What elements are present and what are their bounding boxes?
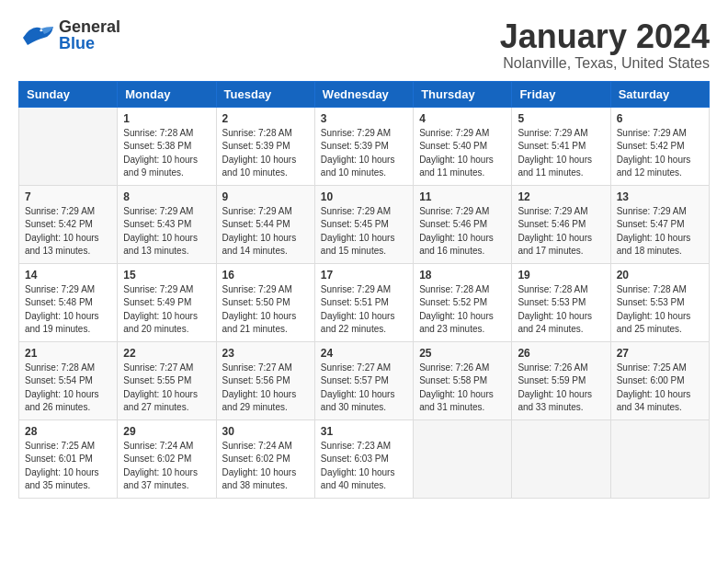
day-info: Sunrise: 7:28 AMSunset: 5:52 PMDaylight:… <box>419 284 494 335</box>
day-number: 13 <box>617 190 703 203</box>
day-number: 10 <box>321 190 407 203</box>
day-number: 14 <box>25 269 111 282</box>
calendar-week-4: 21 Sunrise: 7:28 AMSunset: 5:54 PMDaylig… <box>19 341 710 419</box>
day-info: Sunrise: 7:29 AMSunset: 5:48 PMDaylight:… <box>25 284 99 335</box>
calendar-cell: 10 Sunrise: 7:29 AMSunset: 5:45 PMDaylig… <box>314 185 413 263</box>
day-number: 15 <box>123 269 210 282</box>
calendar-cell: 25 Sunrise: 7:26 AMSunset: 5:58 PMDaylig… <box>414 341 512 419</box>
day-number: 24 <box>321 347 407 360</box>
calendar-cell: 17 Sunrise: 7:29 AMSunset: 5:51 PMDaylig… <box>314 263 413 341</box>
calendar-cell: 12 Sunrise: 7:29 AMSunset: 5:46 PMDaylig… <box>512 185 610 263</box>
calendar-cell: 21 Sunrise: 7:28 AMSunset: 5:54 PMDaylig… <box>19 341 118 419</box>
day-header-tuesday: Tuesday <box>216 81 314 107</box>
calendar-cell: 19 Sunrise: 7:28 AMSunset: 5:53 PMDaylig… <box>512 263 610 341</box>
calendar-cell <box>610 419 709 498</box>
logo-name: General Blue <box>59 18 120 52</box>
day-number: 19 <box>518 269 604 282</box>
day-info: Sunrise: 7:25 AMSunset: 6:01 PMDaylight:… <box>25 441 99 491</box>
calendar-cell: 16 Sunrise: 7:29 AMSunset: 5:50 PMDaylig… <box>216 263 314 341</box>
day-number: 5 <box>518 112 604 125</box>
day-header-thursday: Thursday <box>414 81 512 107</box>
day-info: Sunrise: 7:29 AMSunset: 5:45 PMDaylight:… <box>321 206 395 257</box>
calendar-cell: 31 Sunrise: 7:23 AMSunset: 6:03 PMDaylig… <box>314 419 413 498</box>
day-info: Sunrise: 7:29 AMSunset: 5:43 PMDaylight:… <box>123 206 198 257</box>
calendar-cell <box>414 419 512 498</box>
day-number: 27 <box>617 347 703 360</box>
day-number: 25 <box>419 347 506 360</box>
day-number: 20 <box>617 269 703 282</box>
day-header-monday: Monday <box>118 81 216 107</box>
calendar-cell: 14 Sunrise: 7:29 AMSunset: 5:48 PMDaylig… <box>19 263 118 341</box>
day-number: 21 <box>25 347 111 360</box>
calendar-cell: 1 Sunrise: 7:28 AMSunset: 5:38 PMDayligh… <box>118 107 216 185</box>
calendar-cell: 20 Sunrise: 7:28 AMSunset: 5:53 PMDaylig… <box>610 263 709 341</box>
day-number: 26 <box>518 347 604 360</box>
calendar-week-1: 1 Sunrise: 7:28 AMSunset: 5:38 PMDayligh… <box>19 107 710 185</box>
day-number: 1 <box>123 112 210 125</box>
day-info: Sunrise: 7:29 AMSunset: 5:46 PMDaylight:… <box>518 206 592 257</box>
day-header-sunday: Sunday <box>19 81 118 107</box>
calendar-week-5: 28 Sunrise: 7:25 AMSunset: 6:01 PMDaylig… <box>19 419 710 498</box>
day-info: Sunrise: 7:26 AMSunset: 5:59 PMDaylight:… <box>518 362 592 413</box>
main-title: January 2024 <box>500 18 710 55</box>
calendar-cell: 24 Sunrise: 7:27 AMSunset: 5:57 PMDaylig… <box>314 341 413 419</box>
calendar-cell: 28 Sunrise: 7:25 AMSunset: 6:01 PMDaylig… <box>19 419 118 498</box>
calendar-cell: 27 Sunrise: 7:25 AMSunset: 6:00 PMDaylig… <box>610 341 709 419</box>
calendar-cell: 3 Sunrise: 7:29 AMSunset: 5:39 PMDayligh… <box>314 107 413 185</box>
page-header: General Blue January 2024 Nolanville, Te… <box>18 18 710 72</box>
day-info: Sunrise: 7:27 AMSunset: 5:55 PMDaylight:… <box>123 362 198 413</box>
day-info: Sunrise: 7:29 AMSunset: 5:49 PMDaylight:… <box>123 284 198 335</box>
calendar-cell: 8 Sunrise: 7:29 AMSunset: 5:43 PMDayligh… <box>118 185 216 263</box>
title-section: January 2024 Nolanville, Texas, United S… <box>500 18 710 72</box>
logo-bird-icon <box>18 19 55 52</box>
day-info: Sunrise: 7:28 AMSunset: 5:53 PMDaylight:… <box>518 284 592 335</box>
day-number: 9 <box>222 190 309 203</box>
day-number: 23 <box>222 347 309 360</box>
subtitle: Nolanville, Texas, United States <box>500 55 710 72</box>
day-info: Sunrise: 7:28 AMSunset: 5:54 PMDaylight:… <box>25 362 99 413</box>
day-info: Sunrise: 7:29 AMSunset: 5:50 PMDaylight:… <box>222 284 297 335</box>
day-number: 18 <box>419 269 506 282</box>
day-info: Sunrise: 7:27 AMSunset: 5:57 PMDaylight:… <box>321 362 395 413</box>
day-number: 3 <box>321 112 407 125</box>
day-info: Sunrise: 7:29 AMSunset: 5:47 PMDaylight:… <box>617 206 691 257</box>
calendar-cell <box>512 419 610 498</box>
calendar-cell: 4 Sunrise: 7:29 AMSunset: 5:40 PMDayligh… <box>414 107 512 185</box>
day-info: Sunrise: 7:29 AMSunset: 5:39 PMDaylight:… <box>321 128 395 178</box>
day-info: Sunrise: 7:26 AMSunset: 5:58 PMDaylight:… <box>419 362 494 413</box>
calendar-cell: 2 Sunrise: 7:28 AMSunset: 5:39 PMDayligh… <box>216 107 314 185</box>
calendar-header-row: SundayMondayTuesdayWednesdayThursdayFrid… <box>19 81 710 107</box>
day-info: Sunrise: 7:29 AMSunset: 5:40 PMDaylight:… <box>419 128 494 178</box>
calendar-cell: 11 Sunrise: 7:29 AMSunset: 5:46 PMDaylig… <box>414 185 512 263</box>
day-info: Sunrise: 7:29 AMSunset: 5:41 PMDaylight:… <box>518 128 592 178</box>
day-number: 31 <box>321 425 407 438</box>
day-header-friday: Friday <box>512 81 610 107</box>
day-info: Sunrise: 7:29 AMSunset: 5:44 PMDaylight:… <box>222 206 297 257</box>
day-header-wednesday: Wednesday <box>314 81 413 107</box>
day-info: Sunrise: 7:29 AMSunset: 5:46 PMDaylight:… <box>419 206 494 257</box>
calendar-cell: 6 Sunrise: 7:29 AMSunset: 5:42 PMDayligh… <box>610 107 709 185</box>
day-number: 12 <box>518 190 604 203</box>
day-info: Sunrise: 7:27 AMSunset: 5:56 PMDaylight:… <box>222 362 297 413</box>
day-number: 7 <box>25 190 111 203</box>
day-number: 4 <box>419 112 506 125</box>
calendar-cell: 29 Sunrise: 7:24 AMSunset: 6:02 PMDaylig… <box>118 419 216 498</box>
day-number: 22 <box>123 347 210 360</box>
day-info: Sunrise: 7:24 AMSunset: 6:02 PMDaylight:… <box>123 441 198 491</box>
day-number: 30 <box>222 425 309 438</box>
day-number: 16 <box>222 269 309 282</box>
calendar-cell <box>19 107 118 185</box>
day-info: Sunrise: 7:29 AMSunset: 5:42 PMDaylight:… <box>617 128 691 178</box>
calendar-cell: 13 Sunrise: 7:29 AMSunset: 5:47 PMDaylig… <box>610 185 709 263</box>
day-number: 8 <box>123 190 210 203</box>
day-header-saturday: Saturday <box>610 81 709 107</box>
calendar-cell: 18 Sunrise: 7:28 AMSunset: 5:52 PMDaylig… <box>414 263 512 341</box>
logo-blue-text: Blue <box>59 35 120 52</box>
day-number: 17 <box>321 269 407 282</box>
day-info: Sunrise: 7:28 AMSunset: 5:39 PMDaylight:… <box>222 128 297 178</box>
calendar-cell: 7 Sunrise: 7:29 AMSunset: 5:42 PMDayligh… <box>19 185 118 263</box>
day-number: 28 <box>25 425 111 438</box>
logo: General Blue <box>18 18 120 52</box>
day-info: Sunrise: 7:25 AMSunset: 6:00 PMDaylight:… <box>617 362 691 413</box>
calendar-week-2: 7 Sunrise: 7:29 AMSunset: 5:42 PMDayligh… <box>19 185 710 263</box>
